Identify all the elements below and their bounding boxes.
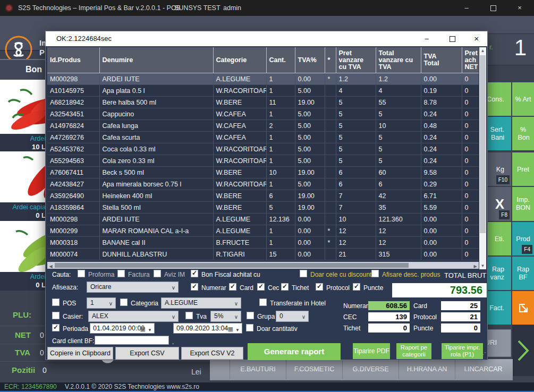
horizontal-scroll-thumb[interactable]: [55, 263, 409, 268]
dialog-maximize-button[interactable]: [444, 31, 460, 46]
card-label: Card: [240, 284, 253, 292]
col-pret-ach[interactable]: Pret ach NET: [462, 47, 479, 73]
export-button[interactable]: [512, 291, 534, 325]
cell-id: A52453762: [47, 143, 99, 155]
col-star[interactable]: *: [325, 47, 336, 73]
proforma-checkbox[interactable]: [78, 270, 85, 277]
grupa-checkbox[interactable]: [247, 312, 254, 319]
protocol-checkbox[interactable]: [316, 283, 323, 291]
table-row[interactable]: A52453762 Coca cola 0.33 ml W.RACORITOAR…: [47, 143, 479, 155]
table-row[interactable]: A35926490 Heineken 400 ml W.BERE 6 19.00…: [47, 190, 479, 202]
tva-checkbox[interactable]: [185, 312, 193, 319]
raport-categorii-button[interactable]: Raport pe categorii: [396, 343, 431, 359]
table-row[interactable]: M000298 ARDEI IUTE A.LEGUME 12.136 0.00 …: [47, 214, 479, 225]
cell-pret: 4: [336, 85, 376, 97]
factura-checkbox[interactable]: [117, 270, 125, 277]
window-close-button[interactable]: ×: [511, 0, 529, 16]
table-row[interactable]: M000074 DUNHILL ALBASTRU R.TIGARI 15 0.0…: [47, 249, 479, 260]
cell-tva-total: 0.24: [421, 108, 462, 120]
export-csv-v2-button[interactable]: Export CSV V2: [181, 347, 243, 360]
cell-id: A18359864: [47, 202, 99, 214]
table-row[interactable]: A32543451 Cappucino W.CAFEA 1 5.00 5 5 0…: [47, 108, 479, 120]
next-page-panel[interactable]: [512, 325, 534, 376]
transferate-checkbox[interactable]: [259, 299, 267, 306]
col-cant[interactable]: Cant.: [266, 47, 295, 73]
aviz-checkbox[interactable]: [154, 270, 161, 277]
table-row[interactable]: M000299 MARAR ROMANIA CAL a-I-a A.LEGUME…: [47, 225, 479, 237]
col-pret-vanzare[interactable]: Pret vanzare cu TVA: [336, 47, 376, 73]
table-row[interactable]: M000318 BANANE cal II B.FRUCTE 1 0.00 * …: [47, 237, 479, 249]
percent-bon-button[interactable]: % Bon: [512, 117, 534, 150]
categoria-checkbox[interactable]: [120, 299, 128, 306]
pret-button[interactable]: Pret: [512, 152, 534, 186]
tiparire-rola-button[interactable]: Tiparire impr. rola (P1): [442, 343, 483, 359]
import-bon-button[interactable]: Imp. BON: [512, 187, 534, 221]
pos-select[interactable]: 1∨: [87, 297, 116, 309]
vertical-scroll-thumb[interactable]: [480, 55, 486, 233]
afisare-desc-checkbox[interactable]: [371, 270, 379, 277]
col-tva-pct[interactable]: TVA%: [295, 47, 325, 73]
raport-bf-button[interactable]: Rap BF: [512, 257, 534, 290]
categoria-select[interactable]: A.LEGUME∨: [161, 297, 241, 309]
cell-denumire: Bere halba 500 ml: [99, 97, 213, 108]
scroll-down-arrow[interactable]: ▼: [479, 262, 486, 269]
window-minimize-button[interactable]: –: [457, 0, 476, 16]
category-button[interactable]: H.HRANA AN: [399, 360, 455, 379]
dialog-minimize-button[interactable]: –: [419, 31, 435, 46]
col-denumire[interactable]: Denumire: [99, 47, 213, 73]
tichet-checkbox[interactable]: [281, 283, 289, 291]
table-row[interactable]: A42438427 Apa minerala borsec 0.75 l W.R…: [47, 178, 479, 190]
export-csv-button[interactable]: Export CSV: [115, 347, 179, 360]
horizontal-scrollbar[interactable]: ◀ ▶: [47, 262, 479, 269]
col-categorie[interactable]: Categorie: [213, 47, 266, 73]
category-button[interactable]: G.DIVERSE: [342, 360, 399, 379]
pos-checkbox[interactable]: [52, 299, 60, 306]
scroll-up-arrow[interactable]: ▲: [479, 47, 486, 54]
col-tva-total[interactable]: TVA Total: [421, 47, 462, 73]
prod-button[interactable]: ProdF4: [512, 222, 534, 255]
table-row[interactable]: A55294563 Cola zero 0.33 ml W.RACORITOAR…: [47, 155, 479, 167]
table-row[interactable]: M000298 ARDEI IUTE A.LEGUME 1 0.00 * 1.2…: [47, 73, 479, 85]
card-checkbox[interactable]: [229, 283, 236, 291]
table-row[interactable]: A18359864 Stella 500 ml W.BERE 5 19.00 7…: [47, 202, 479, 214]
percent-articol-button[interactable]: % Art: [512, 82, 534, 116]
bon-fiscal-checkbox[interactable]: [191, 270, 198, 277]
numerar-checkbox[interactable]: [191, 283, 198, 291]
window-maximize-button[interactable]: [484, 0, 502, 16]
dialog-close-button[interactable]: ×: [469, 31, 485, 46]
category-button[interactable]: F.COSMETIC: [286, 360, 342, 379]
scroll-right-arrow[interactable]: ▶: [472, 263, 479, 270]
hotkey-badge: F4: [522, 245, 532, 254]
chevron-down-icon: ▼: [235, 326, 240, 335]
cell-tva-total: 5.59: [421, 202, 462, 214]
perioada-checkbox[interactable]: [52, 324, 60, 331]
tva-select[interactable]: 5%∨: [210, 311, 241, 322]
puncte-checkbox[interactable]: [353, 283, 360, 291]
date-to-input[interactable]: 09.09.2020 13:04▦▼: [173, 323, 242, 334]
table-row[interactable]: A68218942 Bere halba 500 ml W.BERE 11 19…: [47, 97, 479, 108]
table-row[interactable]: A10145975 Apa plata 0.5 l W.RACORITOARE …: [47, 85, 479, 97]
col-id-produs[interactable]: Id.Produs: [47, 47, 99, 73]
grupa-select[interactable]: 0∨: [276, 311, 309, 322]
casier-checkbox[interactable]: [52, 312, 60, 319]
discount-checkbox[interactable]: [300, 270, 307, 277]
cec-checkbox[interactable]: [257, 283, 265, 291]
date-from-input[interactable]: 01.04.2019 00:00▦▼: [90, 323, 155, 334]
generare-raport-button[interactable]: Generare raport: [248, 343, 341, 360]
vertical-scrollbar[interactable]: ▲ ▼: [479, 47, 486, 269]
table-row[interactable]: A76067411 Beck s 500 ml W.BERE 10 19.00 …: [47, 167, 479, 178]
copy-clipboard-button[interactable]: Copiere in Clipboard: [47, 347, 113, 360]
scroll-left-arrow[interactable]: ◀: [47, 263, 54, 270]
tiparire-pdf-button[interactable]: Tiparire PDF: [353, 343, 390, 359]
table-row[interactable]: A14976824 Cafea lunga W.CAFEA 2 5.00 5 1…: [47, 120, 479, 132]
card-client-input[interactable]: [95, 336, 169, 345]
doar-cantitativ-checkbox[interactable]: [246, 324, 253, 331]
category-button[interactable]: I.INCARCAR: [455, 360, 511, 379]
dialog-titlebar[interactable]: OK:2.1224684sec – ×: [46, 31, 487, 46]
casier-select[interactable]: ALEX∨: [88, 311, 179, 322]
afiseaza-select[interactable]: Oricare∨: [87, 282, 179, 293]
table-row[interactable]: A47269276 Cafea scurta W.CAFEA 1 5.00 5 …: [47, 132, 479, 143]
category-button[interactable]: E.BAUTURI: [230, 360, 286, 379]
col-total-vanzare[interactable]: Total vanzare cu TVA: [376, 47, 421, 73]
resize-grip[interactable]: ⋰: [480, 351, 486, 358]
